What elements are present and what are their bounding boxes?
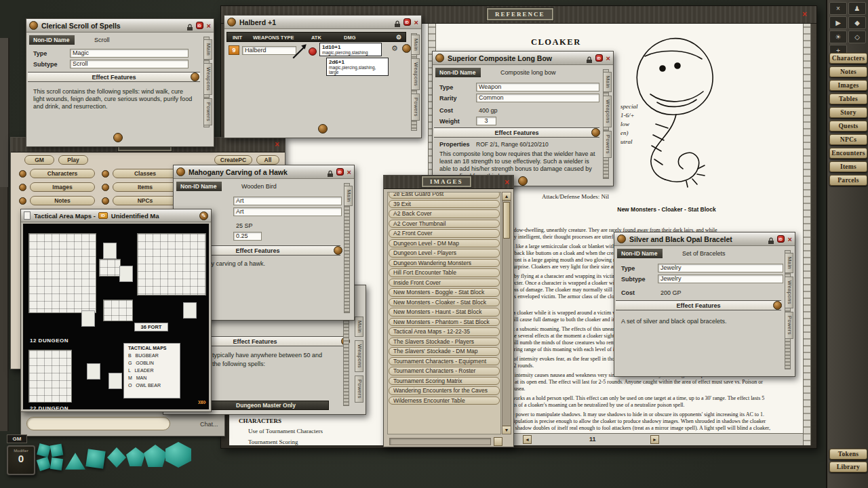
module-icon[interactable]: [102, 170, 109, 178]
bottom-link-button[interactable]: [318, 124, 328, 134]
map-pan-icon[interactable]: »»: [198, 396, 205, 407]
d20-die[interactable]: [165, 442, 191, 468]
sheet-tab[interactable]: Main: [344, 186, 353, 206]
image-list-item[interactable]: Tournament Characters - Roster: [389, 367, 500, 375]
images-filter-button[interactable]: [494, 437, 502, 446]
sidebar-tool-icon[interactable]: ◆: [848, 16, 866, 29]
module-icon[interactable]: [19, 197, 26, 205]
sidebar-tool-icon[interactable]: ×: [829, 2, 847, 15]
row-settings-gear-icon[interactable]: ⚙: [391, 44, 398, 53]
image-list-item[interactable]: Tournament Scoring Matrix: [389, 377, 500, 386]
identified-toggle[interactable]: ID: [336, 168, 344, 176]
item-icon[interactable]: [227, 18, 236, 26]
chat-input[interactable]: [26, 417, 170, 430]
identified-toggle[interactable]: ID: [196, 22, 203, 29]
sidebar-button[interactable]: Encounters: [829, 148, 867, 159]
close-icon[interactable]: ×: [207, 22, 211, 29]
sheet-tab[interactable]: Main: [203, 39, 212, 60]
scroll-thumb[interactable]: [503, 202, 510, 239]
bottom-link-button[interactable]: [113, 133, 123, 142]
image-list-item[interactable]: Wandering Encounters for the Caves: [389, 386, 500, 395]
bottom-link-button[interactable]: [518, 176, 528, 186]
map-canvas[interactable]: 36 FORT 12 DUNGEON 22 DUNGEON TACTICAL M…: [23, 224, 209, 409]
bow-titlebar[interactable]: Superior Composite Long Bow ID ×: [433, 52, 613, 65]
type-field[interactable]: Art: [233, 197, 342, 205]
type-field[interactable]: Weapon: [476, 83, 599, 92]
d12-die[interactable]: [144, 445, 167, 467]
sheet-tab[interactable]: Weapons: [411, 58, 420, 90]
sidebar-button[interactable]: Images: [829, 80, 867, 91]
sidebar-button[interactable]: Quests: [829, 121, 867, 131]
library-module-row[interactable]: Images: [19, 182, 95, 192]
sheet-tab[interactable]: Main: [411, 35, 420, 55]
scroll-up-arrow[interactable]: ▲: [502, 192, 511, 201]
subtype-field[interactable]: Scroll: [70, 60, 189, 68]
mini-die[interactable]: [37, 443, 51, 458]
image-list-item[interactable]: Dungeon Level - Players: [389, 249, 500, 258]
weight-field[interactable]: 3: [476, 117, 496, 125]
image-list-item[interactable]: The Slavers Stockade - Players: [389, 338, 500, 346]
prev-page-button[interactable]: ◄: [523, 435, 532, 444]
tactical-titlebar[interactable]: Tactical Area Maps - ID Unidentified Ma …: [21, 209, 211, 222]
damage-tooltip-2[interactable]: 2d6+1 magic,piercing,slashing, large: [326, 58, 389, 76]
module-icon[interactable]: [19, 170, 26, 178]
image-list-item[interactable]: Tactical Area Maps - 12-22-35: [389, 327, 500, 336]
image-list-item[interactable]: 2e East Guard Post: [389, 192, 500, 199]
image-list-item[interactable]: New Monsters - Boggle - Stat Block: [389, 288, 500, 297]
image-list-item[interactable]: A2 Back Cover: [389, 209, 500, 218]
sidebar-tool-icon[interactable]: ◇: [848, 30, 866, 43]
lock-icon[interactable]: [327, 168, 334, 176]
lock-icon[interactable]: [186, 22, 193, 29]
item-icon[interactable]: [435, 54, 444, 62]
clerical-scroll-titlebar[interactable]: Clerical Scroll of Spells ID ×: [26, 19, 214, 33]
non-id-name-value[interactable]: Wooden Bird: [241, 183, 277, 190]
library-module-row[interactable]: Characters: [19, 169, 95, 178]
effect-add-button[interactable]: [591, 128, 600, 137]
sidebar-button[interactable]: Library: [829, 462, 867, 472]
scroll-down-arrow[interactable]: ▼: [502, 426, 511, 434]
sheet-tab[interactable]: Powers: [603, 131, 612, 158]
images-titlebar[interactable]: IMAGES ×: [384, 176, 513, 189]
library-tab-gm[interactable]: GM: [24, 155, 54, 165]
sheet-tab[interactable]: Main: [785, 253, 793, 273]
sidebar-button[interactable]: Story: [829, 107, 867, 118]
mini-die[interactable]: [50, 444, 64, 458]
rarity-field[interactable]: Common: [476, 94, 599, 102]
image-list-item[interactable]: New Monsters - Cloaker - Stat Block: [389, 298, 500, 307]
sheet-tab[interactable]: Main: [355, 317, 363, 337]
monster-token[interactable]: [183, 302, 197, 319]
subtype-field[interactable]: Art: [233, 207, 342, 216]
image-list-item[interactable]: Hill Fort Encounter Table: [389, 268, 500, 277]
library-tab-play[interactable]: Play: [58, 155, 88, 165]
edit-pencil-button[interactable]: ✎: [199, 211, 208, 220]
monster-token[interactable]: [108, 373, 122, 389]
library-close-icon[interactable]: ×: [275, 140, 279, 149]
library-module-row[interactable]: Items: [102, 182, 178, 192]
subtype-field[interactable]: Jewelry: [658, 274, 783, 283]
library-module-row[interactable]: Classes: [102, 169, 178, 178]
attack-roll-button[interactable]: [309, 47, 317, 56]
sidebar-tool-icon[interactable]: ☀: [829, 30, 847, 43]
price-value[interactable]: 25 SP: [236, 222, 253, 229]
d8-die[interactable]: [107, 447, 126, 468]
effect-add-button[interactable]: [334, 246, 342, 255]
properties-value[interactable]: ROF 2/1, Range 60/120/210: [476, 141, 549, 148]
type-field[interactable]: Jewelry: [658, 264, 783, 272]
non-id-name-value[interactable]: Composite long bow: [500, 69, 556, 76]
sidebar-tool-icon[interactable]: ▶: [829, 16, 847, 29]
effect-add-button[interactable]: [191, 73, 199, 81]
effect-add-button[interactable]: [773, 301, 782, 310]
cost-value[interactable]: 400 gp: [479, 107, 498, 114]
image-list-item[interactable]: Inside Front Cover: [389, 279, 500, 287]
images-filter-field[interactable]: [389, 438, 491, 445]
sheet-tab[interactable]: Powers: [411, 94, 420, 121]
d6-die[interactable]: [85, 449, 105, 468]
row-link-button[interactable]: [402, 44, 411, 53]
sidebar-button[interactable]: Parcels: [829, 175, 867, 186]
monster-token[interactable]: [87, 363, 100, 380]
bracelet-titlebar[interactable]: Silver and Black Opal Bracelet ID ×: [614, 232, 795, 246]
sheet-tab[interactable]: Weapons: [603, 96, 612, 127]
init-badge[interactable]: 9: [229, 45, 239, 55]
mini-die[interactable]: [37, 457, 51, 471]
library-all-button[interactable]: All: [256, 155, 279, 165]
